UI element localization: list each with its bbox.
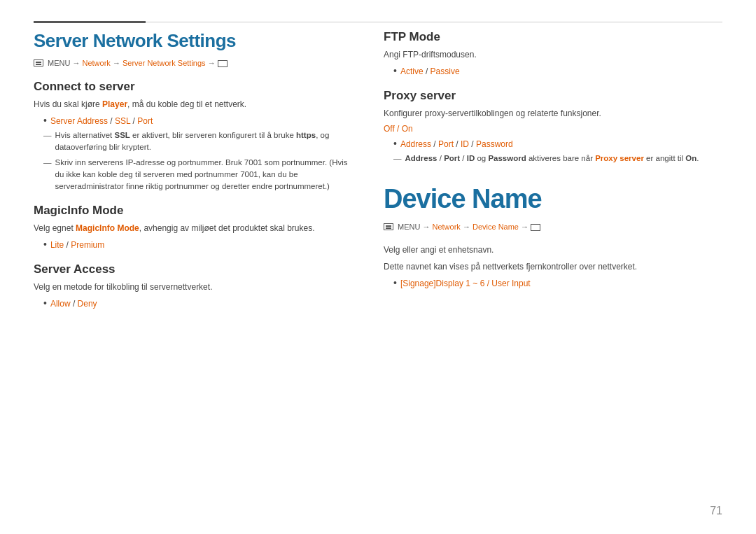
magicinfo-mode-heading: MagicInfo Mode [34,204,356,218]
note-dash-1: ― [43,129,52,141]
proxy-server-desc: Konfigurer proxy-servertilkoblingen og r… [384,107,706,120]
server-network-settings-menu-path: MENU → Network → Server Network Settings… [34,59,356,67]
ftp-mode-desc: Angi FTP-driftsmodusen. [384,48,706,61]
device-name-desc2: Dette navnet kan vises på nettverkets fj… [384,260,706,273]
content-wrapper: Server Network Settings MENU → Network →… [0,30,756,312]
device-name-desc1: Velg eller angi et enhetsnavn. [384,244,706,256]
server-access-bullet: • Allow / Deny [43,297,356,310]
ftp-mode-heading: FTP Mode [384,30,706,44]
top-line-right [146,22,722,22]
bullet-dot-4: • [393,65,397,77]
device-name-bullet-text: [Signage]Display 1 ~ 6 / User Input [400,277,531,290]
proxy-server-bullet-text: Address / Port / ID / Password [400,138,513,150]
bullet-dot-6: • [393,277,397,289]
connect-to-server-desc: Hvis du skal kjøre Player, må du koble d… [34,98,356,111]
connect-to-server-bullet: • Server Address / SSL / Port [43,115,356,127]
device-name-menu-path: MENU → Network → Device Name → [384,223,706,231]
menu-path-text: MENU → Network → Server Network Settings… [48,59,227,67]
note-dash-2: ― [43,157,52,169]
connect-to-server-bullet-text: Server Address / SSL / Port [50,115,153,127]
proxy-server-status: Off / On [384,124,706,134]
menu-icon-2 [384,223,393,230]
device-name-bullet: • [Signage]Display 1 ~ 6 / User Input [393,277,706,290]
magicinfo-bullet: • Lite / Premium [43,239,356,251]
proxy-server-bullet: • Address / Port / ID / Password [393,138,706,150]
right-column: FTP Mode Angi FTP-driftsmodusen. • Activ… [384,30,706,312]
bullet-dot-2: • [43,239,47,251]
proxy-note: ― Address / Port / ID og Password aktive… [393,153,706,164]
device-name-title: Device Name [384,184,706,214]
server-access-desc: Velg en metode for tilkobling til server… [34,281,356,293]
connect-note-1-text: Hvis alternativet SSL er aktivert, blir … [55,129,356,154]
device-name-path-text: MENU → Network → Device Name → [398,223,540,231]
left-column: Server Network Settings MENU → Network →… [34,30,356,312]
server-access-bullet-text: Allow / Deny [50,297,97,310]
magicinfo-mode-desc: Velg egnet MagicInfo Mode, avhengig av m… [34,222,356,234]
bullet-dot: • [43,115,47,127]
connect-note-2-text: Skriv inn serverens IP-adresse og portnu… [55,157,356,193]
page-number: 71 [710,505,722,517]
device-name-section: Device Name MENU → Network → Device Name… [384,184,706,290]
menu-icon [34,59,43,66]
bullet-dot-5: • [393,138,397,150]
server-network-settings-title: Server Network Settings [34,30,356,52]
magicinfo-bullet-text: Lite / Premium [50,239,104,251]
ftp-mode-bullet-text: Active / Passive [400,65,460,78]
note-dash-3: ― [393,153,402,164]
server-access-heading: Server Access [34,262,356,276]
proxy-note-text: Address / Port / ID og Password aktivere… [405,153,699,164]
top-line-left [34,21,146,23]
proxy-server-heading: Proxy server [384,89,706,103]
ftp-mode-bullet: • Active / Passive [393,65,706,78]
connect-note-2: ― Skriv inn serverens IP-adresse og port… [43,157,356,193]
top-bar [0,20,756,23]
connect-to-server-heading: Connect to server [34,80,356,94]
bullet-dot-3: • [43,297,47,309]
connect-note-1: ― Hvis alternativet SSL er aktivert, bli… [43,129,356,154]
